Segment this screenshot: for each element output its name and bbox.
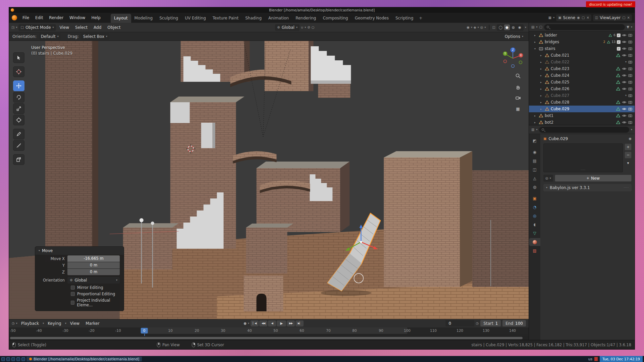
- scale-tool[interactable]: [13, 103, 24, 114]
- camera-icon[interactable]: [628, 66, 633, 71]
- camera-icon[interactable]: [628, 86, 633, 91]
- outliner-row-cube027[interactable]: ▸ Cube.027 ▾: [529, 92, 635, 99]
- tab-texture-paint[interactable]: Texture Paint: [209, 14, 242, 23]
- drag-dropdown[interactable]: Select Box ▾: [81, 33, 109, 40]
- filter-chevron-icon[interactable]: ▾: [631, 26, 632, 28]
- snap-chevron-icon[interactable]: ▾: [305, 26, 306, 29]
- rotate-tool[interactable]: [13, 92, 24, 103]
- copy-scene-icon[interactable]: ▢: [582, 16, 585, 19]
- move-z-field[interactable]: 0 m: [67, 269, 120, 275]
- camera-icon[interactable]: [628, 40, 633, 44]
- menu-timeline-view[interactable]: View: [68, 320, 82, 326]
- resize-grip-icon[interactable]: ····: [581, 169, 585, 172]
- jump-to-start-button[interactable]: ▏◀: [251, 320, 259, 326]
- move-y-field[interactable]: 0 m: [67, 262, 120, 268]
- visibility-icon[interactable]: ◉: [467, 26, 470, 29]
- measure-tool[interactable]: [13, 140, 24, 151]
- tool-orientation-dropdown[interactable]: Default ▾: [39, 33, 61, 40]
- proportional-editing-checkbox[interactable]: [71, 292, 75, 296]
- camera-view-icon[interactable]: [514, 94, 522, 102]
- current-frame-indicator[interactable]: 0: [141, 328, 148, 334]
- timeline-editor-chevron-icon[interactable]: ▾: [16, 322, 17, 325]
- axis-negx-dot[interactable]: [504, 60, 507, 63]
- start-frame-field[interactable]: Start1: [480, 320, 501, 326]
- transform-tool[interactable]: [13, 115, 24, 125]
- close-scene-icon[interactable]: ×: [586, 16, 589, 19]
- xray-toggle-icon[interactable]: ◫: [492, 26, 495, 29]
- tool-tab-icon[interactable]: ◩: [529, 137, 540, 145]
- panel-grip-icon[interactable]: ····: [624, 186, 629, 189]
- tab-uv-editing[interactable]: UV Editing: [181, 14, 209, 23]
- notification-toast[interactable]: discord is updating now!: [586, 1, 635, 7]
- display-mode-icon[interactable]: ▢: [539, 25, 542, 29]
- workspace-icon[interactable]: [16, 357, 20, 361]
- outliner-row-cube025[interactable]: ▸ Cube.025: [529, 79, 635, 85]
- camera-icon[interactable]: [628, 120, 633, 125]
- keyboard-layout-indicator[interactable]: us: [588, 357, 592, 361]
- expand-icon[interactable]: ▸: [534, 121, 537, 124]
- eye-icon[interactable]: [622, 73, 627, 78]
- tab-scripting[interactable]: Scripting: [392, 14, 417, 23]
- outliner-row-cube024[interactable]: ▸ Cube.024: [529, 72, 635, 79]
- taskbar-app-button[interactable]: Blender [/home/amalie/Desktop/blender/ca…: [26, 357, 142, 361]
- render-tab-icon[interactable]: ◉: [529, 148, 540, 156]
- blender-menu-icon[interactable]: [12, 15, 17, 20]
- collapse-icon[interactable]: ▾: [534, 47, 537, 50]
- close-viewlayer-icon[interactable]: ×: [627, 16, 630, 19]
- tab-animation[interactable]: Animation: [265, 14, 292, 23]
- menu-render[interactable]: Render: [46, 14, 66, 21]
- properties-options-chevron-icon[interactable]: ▾: [631, 128, 632, 131]
- move-orientation-dropdown[interactable]: ⊕ Global ▾: [67, 277, 120, 284]
- outliner-row-cube028[interactable]: ▸ Cube.028: [529, 99, 635, 106]
- menu-help[interactable]: Help: [89, 14, 103, 21]
- pin-scene-icon[interactable]: ◉: [577, 16, 580, 19]
- eye-icon[interactable]: [622, 53, 627, 58]
- expand-icon[interactable]: ▸: [540, 81, 543, 84]
- viewport-canvas[interactable]: User Perspective (0) stairs | Cube.029: [9, 41, 529, 319]
- ortho-grid-icon[interactable]: ▦: [514, 105, 522, 113]
- eye-icon[interactable]: [622, 46, 627, 51]
- camera-icon[interactable]: [628, 53, 633, 58]
- constraints-tab-icon[interactable]: ◖: [529, 221, 540, 229]
- properties-editor-icon[interactable]: ▥: [531, 128, 534, 131]
- overlays-chevron-icon[interactable]: ▾: [485, 26, 486, 29]
- tab-geometry-nodes[interactable]: Geometry Nodes: [352, 14, 392, 23]
- proportional-falloff-icon[interactable]: ○: [312, 26, 315, 29]
- eye-icon[interactable]: [622, 33, 627, 38]
- slot-specials-button[interactable]: ▾: [625, 160, 632, 167]
- material-tab-icon[interactable]: [529, 238, 540, 246]
- babylon-addon-panel[interactable]: ▾ Babylon.js ver 3.3.1 ····: [543, 184, 632, 191]
- new-material-button[interactable]: + New: [555, 175, 632, 182]
- timeline-editor-icon[interactable]: ◷: [12, 322, 15, 325]
- next-keyframe-button[interactable]: ▶▶: [287, 320, 295, 326]
- scene-selector[interactable]: ▣ Scene ◉ ▢ ×: [556, 14, 591, 21]
- outliner-row-stairs[interactable]: ▾ stairs ✓: [529, 45, 635, 52]
- project-individual-checkbox[interactable]: [71, 301, 74, 305]
- camera-icon[interactable]: [628, 107, 633, 111]
- expand-icon[interactable]: ▸: [540, 101, 543, 104]
- navigation-gizmo[interactable]: Z Y X: [501, 46, 525, 69]
- menu-keying[interactable]: Keying: [45, 320, 63, 326]
- camera-icon[interactable]: [628, 60, 633, 64]
- move-operator-panel[interactable]: ▾ Move Move X-16.665 m Y0 m Z0 m Orienta…: [35, 246, 124, 311]
- physics-tab-icon[interactable]: ◎: [529, 212, 540, 220]
- scrollbar-thumb[interactable]: [10, 337, 523, 339]
- properties-search-input[interactable]: [539, 127, 629, 133]
- expand-icon[interactable]: ▸: [540, 108, 543, 111]
- mode-dropdown[interactable]: □ Object Mode ▾: [18, 24, 56, 31]
- outliner-row-bot1[interactable]: ▸ bot1: [529, 112, 635, 119]
- prev-keyframe-button[interactable]: ◀◀: [259, 320, 267, 326]
- eye-closed-icon[interactable]: ▾: [625, 61, 627, 63]
- object-tab-icon[interactable]: ▣: [529, 194, 540, 202]
- add-slot-button[interactable]: +: [625, 143, 632, 150]
- menu-add[interactable]: Add: [91, 24, 104, 31]
- outliner-editor-chevron-icon[interactable]: ▾: [536, 26, 537, 28]
- axis-y-label[interactable]: Y: [504, 52, 506, 55]
- viewlayer-selector[interactable]: ◫ ViewLayer ▢ ×: [593, 14, 632, 21]
- camera-icon[interactable]: [628, 100, 633, 105]
- move-tool[interactable]: [13, 80, 24, 91]
- axis-x-label[interactable]: X: [520, 54, 522, 57]
- cursor-tool[interactable]: [13, 66, 24, 77]
- workspace-icon[interactable]: [1, 357, 5, 361]
- mirror-editing-checkbox[interactable]: [71, 286, 75, 290]
